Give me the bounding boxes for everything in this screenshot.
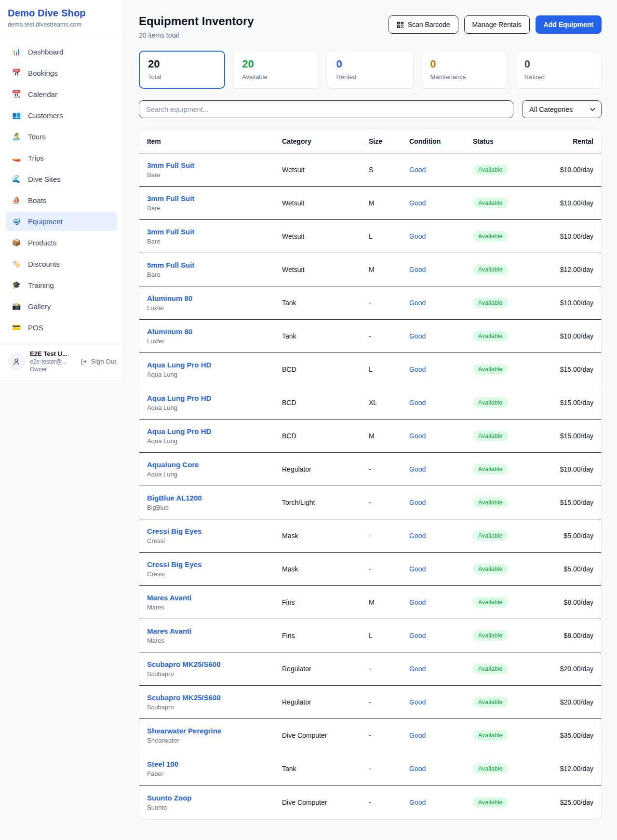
stat-label: Retired xyxy=(524,73,592,81)
status-badge: Available xyxy=(473,397,508,408)
status-cell: Available xyxy=(473,597,556,608)
sidebar-item[interactable]: 🏝️ Tours xyxy=(6,127,117,146)
status-cell: Available xyxy=(473,364,556,375)
sidebar-item[interactable]: 📊 Dashboard xyxy=(6,42,117,61)
item-name-link[interactable]: Aqua Lung Pro HD xyxy=(147,427,282,435)
col-status: Status xyxy=(473,137,556,145)
item-name-link[interactable]: 3mm Full Suit xyxy=(147,161,282,169)
sidebar-item[interactable]: 🤿 Equipment xyxy=(6,212,117,231)
stat-card[interactable]: 20 Total xyxy=(139,51,225,89)
item-size: M xyxy=(369,598,409,606)
item-name-link[interactable]: Aqualung Core xyxy=(147,461,282,469)
stat-value: 20 xyxy=(242,58,310,70)
status-cell: Available xyxy=(473,564,556,574)
col-category: Category xyxy=(282,137,369,145)
filter-row: All Categories xyxy=(139,100,602,118)
chevron-down-icon xyxy=(590,108,595,111)
sidebar-item[interactable]: 📆 Calendar xyxy=(6,84,117,104)
manage-rentals-button[interactable]: Manage Rentals xyxy=(464,15,530,34)
stat-value: 20 xyxy=(148,58,216,70)
table-row[interactable]: Aqua Lung Pro HD Aqua Lung BCD L Good Av… xyxy=(139,353,601,386)
table-row[interactable]: Cressi Big Eyes Cressi Mask - Good Avail… xyxy=(139,553,601,586)
brand-block: Demo Dive Shop demo.test.divestreams.com xyxy=(0,8,123,35)
sidebar-item-label: Gallery xyxy=(28,302,51,311)
item-name-link[interactable]: Aluminum 80 xyxy=(147,327,282,336)
item-name-link[interactable]: Scubapro MK25/S600 xyxy=(147,693,282,702)
table-row[interactable]: Suunto Zoop Suunto Dive Computer - Good … xyxy=(139,786,601,819)
table-row[interactable]: Scubapro MK25/S600 Scubapro Regulator - … xyxy=(139,652,601,686)
table-row[interactable]: 3mm Full Suit Bare Wetsuit M Good Availa… xyxy=(139,187,601,220)
sidebar-item[interactable]: 📅 Bookings xyxy=(6,63,117,82)
item-category: BCD xyxy=(282,432,369,440)
item-category: Dive Computer xyxy=(282,799,369,806)
item-name-link[interactable]: 5mm Full Suit xyxy=(147,261,282,269)
stat-card[interactable]: 0 Retired xyxy=(515,51,602,89)
table-row[interactable]: Mares Avanti Mares Fins L Good Available… xyxy=(139,619,601,652)
sidebar-item[interactable]: 🚤 Trips xyxy=(6,148,117,167)
item-brand: Aqua Lung xyxy=(147,437,282,445)
sidebar-item[interactable]: 🌊 Dive Sites xyxy=(6,169,117,189)
item-name-link[interactable]: Cressi Big Eyes xyxy=(147,560,282,569)
sidebar-item[interactable]: ⛵ Boats xyxy=(6,190,117,210)
table-row[interactable]: 5mm Full Suit Bare Wetsuit M Good Availa… xyxy=(139,253,601,286)
table-row[interactable]: Shearwater Peregrine Shearwater Dive Com… xyxy=(139,719,601,752)
item-name-link[interactable]: 3mm Full Suit xyxy=(147,228,282,236)
table-row[interactable]: Aqualung Core Aqua Lung Regulator - Good… xyxy=(139,453,601,486)
item-name-link[interactable]: Shearwater Peregrine xyxy=(147,727,282,735)
table-row[interactable]: BigBlue AL1200 BigBlue Torch/Light - Goo… xyxy=(139,486,601,519)
barcode-icon xyxy=(397,21,404,28)
table-row[interactable]: Aqua Lung Pro HD Aqua Lung BCD XL Good A… xyxy=(139,386,601,420)
table-row[interactable]: Steel 100 Faber Tank - Good Available $1… xyxy=(139,752,601,786)
item-size: - xyxy=(369,765,409,772)
status-badge: Available xyxy=(473,730,508,741)
category-filter-select[interactable]: All Categories xyxy=(522,100,602,118)
stat-value: 0 xyxy=(336,58,404,70)
table-row[interactable]: Aluminum 80 Luxfer Tank - Good Available… xyxy=(139,320,601,353)
table-row[interactable]: Mares Avanti Mares Fins M Good Available… xyxy=(139,586,601,619)
sidebar-item[interactable]: 👥 Customers xyxy=(6,106,117,125)
item-name-link[interactable]: Scubapro MK25/S600 xyxy=(147,660,282,668)
sidebar-item[interactable]: 📸 Gallery xyxy=(6,297,117,316)
item-brand: Mares xyxy=(147,637,282,644)
stat-card[interactable]: 0 Maintenance xyxy=(421,51,508,89)
item-brand: Mares xyxy=(147,604,282,611)
stat-card[interactable]: 20 Available xyxy=(233,51,319,89)
table-row[interactable]: Aluminum 80 Luxfer Tank - Good Available… xyxy=(139,286,601,320)
stat-card[interactable]: 0 Rented xyxy=(327,51,413,89)
item-condition: Good xyxy=(409,499,473,506)
table-row[interactable]: 3mm Full Suit Bare Wetsuit L Good Availa… xyxy=(139,220,601,253)
sidebar-item[interactable]: 📦 Products xyxy=(6,233,117,252)
item-cell: Aluminum 80 Luxfer xyxy=(147,327,282,345)
scan-barcode-button[interactable]: Scan Barcode xyxy=(389,15,458,34)
table-row[interactable]: Cressi Big Eyes Cressi Mask - Good Avail… xyxy=(139,519,601,553)
item-name-link[interactable]: Mares Avanti xyxy=(147,594,282,602)
sidebar-item[interactable]: 🎓 Training xyxy=(6,275,117,295)
sidebar-item[interactable]: 💳 POS xyxy=(6,318,117,337)
item-category: BCD xyxy=(282,366,369,373)
manage-rentals-label: Manage Rentals xyxy=(472,21,522,28)
item-cell: Scubapro MK25/S600 Scubapro xyxy=(147,660,282,677)
item-name-link[interactable]: BigBlue AL1200 xyxy=(147,494,282,502)
item-name-link[interactable]: Suunto Zoop xyxy=(147,794,282,802)
search-input[interactable] xyxy=(139,100,513,118)
item-name-link[interactable]: Aluminum 80 xyxy=(147,294,282,302)
add-equipment-button[interactable]: Add Equipment xyxy=(536,15,602,34)
item-name-link[interactable]: 3mm Full Suit xyxy=(147,194,282,203)
item-name-link[interactable]: Steel 100 xyxy=(147,760,282,768)
item-name-link[interactable]: Cressi Big Eyes xyxy=(147,527,282,535)
sign-out-button[interactable]: Sign Out xyxy=(80,358,116,366)
user-name: E2E Test U... xyxy=(30,350,75,357)
stats-row: 20 Total 20 Available 0 Rented 0 Mainten… xyxy=(139,51,602,89)
item-name-link[interactable]: Aqua Lung Pro HD xyxy=(147,361,282,369)
sidebar-item[interactable]: 🏷️ Discounts xyxy=(6,254,117,273)
item-name-link[interactable]: Mares Avanti xyxy=(147,627,282,635)
table-row[interactable]: Aqua Lung Pro HD Aqua Lung BCD M Good Av… xyxy=(139,420,601,453)
item-brand: BigBlue xyxy=(147,504,282,511)
item-brand: Bare xyxy=(147,271,282,278)
table-row[interactable]: Scubapro MK25/S600 Scubapro Regulator - … xyxy=(139,686,601,719)
sidebar-item-label: Tours xyxy=(28,133,46,141)
item-category: Regulator xyxy=(282,698,369,706)
item-cell: 3mm Full Suit Bare xyxy=(147,228,282,245)
table-row[interactable]: 3mm Full Suit Bare Wetsuit S Good Availa… xyxy=(139,153,601,187)
item-name-link[interactable]: Aqua Lung Pro HD xyxy=(147,394,282,402)
